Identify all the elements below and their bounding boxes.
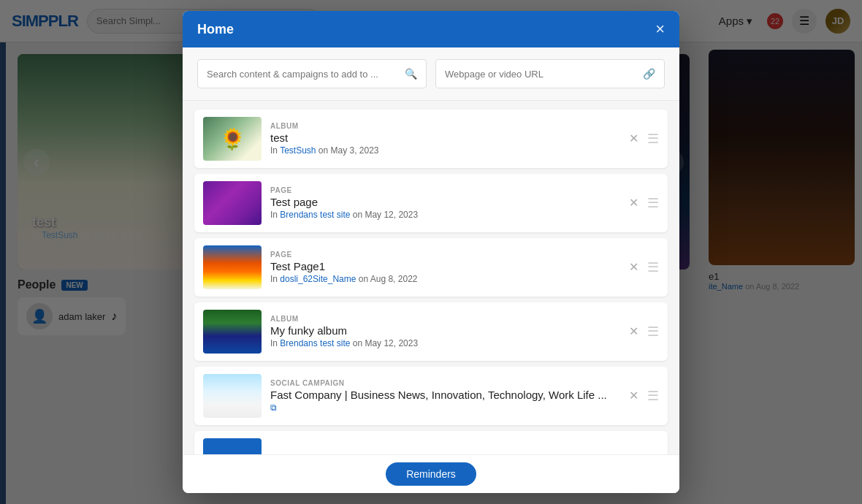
item-name: My funky album: [270, 324, 620, 337]
remove-button[interactable]: ✕: [629, 326, 638, 337]
url-input[interactable]: [445, 69, 637, 80]
item-actions: ✕ ☰: [629, 261, 659, 274]
search-icon: 🔍: [405, 68, 417, 80]
remove-button[interactable]: ✕: [629, 133, 638, 145]
item-name: Fast Company | Business News, Innovation…: [270, 389, 620, 401]
drag-handle[interactable]: ☰: [647, 261, 659, 274]
item-name: Test Page1: [270, 260, 620, 272]
item-info: PAGE Test page In Brendans test site on …: [270, 186, 620, 220]
list-item: SOCIAL CAMPAIGN Fast Company | Business …: [194, 367, 668, 425]
drag-handle[interactable]: ☰: [647, 132, 659, 145]
remove-button[interactable]: ✕: [629, 261, 638, 273]
drag-handle[interactable]: ☰: [647, 325, 659, 338]
item-actions: ✕ ☰: [629, 132, 659, 145]
item-site-link[interactable]: dosli_62Site_Name: [280, 274, 356, 284]
item-thumbnail: [203, 374, 262, 418]
item-type: ALBUM: [270, 122, 620, 130]
drag-handle[interactable]: ☰: [647, 196, 659, 210]
modal-header: Home ×: [183, 11, 679, 47]
link-icon: 🔗: [643, 68, 655, 80]
item-site-link[interactable]: TestSush: [280, 145, 316, 156]
content-search-input[interactable]: [207, 69, 399, 80]
item-type: ALBUM: [270, 315, 620, 323]
url-input-box[interactable]: 🔗: [435, 59, 665, 88]
item-meta: In dosli_62Site_Name on Aug 8, 2022: [270, 274, 620, 284]
remove-button[interactable]: ✕: [629, 197, 638, 209]
item-info: SOCIAL CAMPAIGN Fast Company | Business …: [270, 379, 620, 413]
list-item: 🌻 ALBUM test In TestSush on May 3, 2023 …: [194, 110, 668, 168]
item-thumbnail: [203, 181, 262, 225]
modal-title: Home: [197, 22, 234, 37]
item-site-link[interactable]: Brendans test site: [280, 210, 350, 220]
item-thumbnail: [203, 310, 262, 354]
item-actions: ✕ ☰: [629, 196, 659, 210]
item-meta: ⧉: [270, 402, 620, 413]
item-info: ALBUM My funky album In Brendans test si…: [270, 315, 620, 348]
item-name: test: [270, 131, 620, 144]
modal-close-button[interactable]: ×: [655, 21, 665, 37]
item-actions: ✕ ☰: [629, 389, 659, 402]
list-item: PAGE Test page In Brendans test site on …: [194, 174, 668, 232]
drag-handle[interactable]: ☰: [647, 389, 659, 402]
reminders-button[interactable]: Reminders: [386, 462, 476, 486]
modal-home: Home × 🔍 🔗 🌻 ALBUM test In TestSush on M…: [183, 11, 679, 493]
item-type: PAGE: [270, 251, 620, 259]
item-thumbnail: 🌻: [203, 117, 262, 161]
content-search-box[interactable]: 🔍: [197, 59, 427, 88]
item-thumbnail: [203, 245, 262, 289]
modal-content-list: 🌻 ALBUM test In TestSush on May 3, 2023 …: [183, 101, 679, 454]
item-info: ALBUM test In TestSush on May 3, 2023: [270, 122, 620, 156]
item-thumbnail: MAY: [203, 438, 262, 454]
item-site-link[interactable]: Brendans test site: [280, 338, 350, 348]
item-type: SOCIAL CAMPAIGN: [270, 379, 620, 387]
list-item: MAY EVENT ✕ ☰: [194, 431, 668, 454]
list-item: ALBUM My funky album In Brendans test si…: [194, 302, 668, 361]
ext-link-icon[interactable]: ⧉: [270, 402, 277, 413]
item-meta: In TestSush on May 3, 2023: [270, 145, 620, 156]
item-name: Test page: [270, 196, 620, 208]
item-info: PAGE Test Page1 In dosli_62Site_Name on …: [270, 251, 620, 284]
modal-search-row: 🔍 🔗: [183, 47, 679, 101]
item-meta: In Brendans test site on May 12, 2023: [270, 338, 620, 348]
item-meta: In Brendans test site on May 12, 2023: [270, 210, 620, 220]
item-actions: ✕ ☰: [629, 325, 659, 338]
reminders-bar: Reminders: [183, 454, 679, 493]
list-item: PAGE Test Page1 In dosli_62Site_Name on …: [194, 238, 668, 297]
item-type: PAGE: [270, 186, 620, 194]
remove-button[interactable]: ✕: [629, 390, 638, 402]
